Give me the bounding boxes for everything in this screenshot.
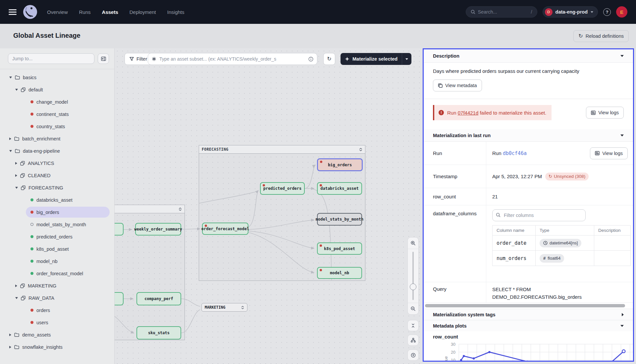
tree-caret-icon[interactable] [9,334,11,336]
svg-text:Value: Value [444,356,449,362]
query-line: SELECT * FROM [492,286,582,293]
sidebar-item-MARKETING[interactable]: MARKETING [0,280,114,292]
sidebar-item-CLEANED[interactable]: CLEANED [0,169,114,182]
zoom-in-button[interactable] [408,237,418,249]
asset-subset-input[interactable]: Type an asset subset... (ex: ANALYTICS/w… [148,53,317,65]
global-search-input[interactable]: Search... / [466,6,537,18]
asset-node-model-nb[interactable]: model_nb [317,267,362,279]
refresh-graph-button[interactable]: ↻ [323,53,335,65]
view-metadata-button[interactable]: View metadata [433,79,482,91]
failed-run-link[interactable]: 07f4421d [458,110,479,116]
materialize-options-caret[interactable] [402,53,411,65]
sidebar-item-snowflake_insights[interactable]: snowflake_insights [0,341,114,353]
tree-caret-icon[interactable] [15,297,18,299]
asset-node-model-stats-by-month[interactable]: model_stats_by_month [317,213,362,226]
nav-deployment[interactable]: Deployment [130,9,156,15]
zoom-slider[interactable] [408,249,418,303]
section-materialization[interactable]: Materialization in last run [424,129,633,142]
sidebar-item-ANALYTICS[interactable]: ANALYTICS [0,157,114,169]
dagster-logo-icon[interactable] [23,4,38,20]
sidebar-item-big_orders[interactable]: big_orders [26,207,110,218]
sidebar-item-batch_enrichment[interactable]: batch_enrichment [0,132,114,145]
search-icon [471,10,475,14]
recenter-button[interactable] [407,349,419,361]
asset-node-databricks-asset[interactable]: databricks_asset [317,182,362,195]
sidebar-item-basics[interactable]: basics [0,71,114,83]
sidebar-item-default[interactable]: default [0,83,114,96]
sidebar-item-model_stats_by_month[interactable]: model_stats_by_month [0,218,114,231]
deployment-switcher[interactable]: D data-eng-prod [543,6,598,18]
tree-caret-icon[interactable] [15,89,18,91]
section-system-tags[interactable]: Materialization system tags [424,309,633,320]
sync-icon: ↻ [549,174,552,179]
materialize-selected-button[interactable]: Materialize selected [341,53,411,65]
help-icon[interactable]: ? [603,8,611,16]
sidebar-item-continent_stats[interactable]: continent_stats [0,108,114,120]
sidebar-item-model_nb[interactable]: model_nb [0,255,114,267]
sidebar-item-predicted_orders[interactable]: predicted_orders [0,231,114,243]
section-description[interactable]: Description [424,49,633,63]
folder-icon [15,149,20,153]
asset-node-cropped[interactable] [115,223,124,235]
refresh-icon: ↻ [578,33,583,39]
tree-caret-icon[interactable] [15,285,17,287]
layout-graph-button[interactable] [407,335,419,346]
chevron-down-icon [620,134,624,136]
collapsed-group-marketing[interactable]: MARKETING [201,303,247,312]
sidebar-item-databricks_asset[interactable]: databricks_asset [0,194,114,206]
view-logs-button[interactable]: View logs [586,107,624,119]
sidebar-item-RAW_DATA[interactable]: RAW_DATA [0,292,114,304]
sidebar-item-order_forecast_model[interactable]: order_forecast_model [0,267,114,280]
filter-columns-input[interactable] [492,209,586,221]
sidebar-item-country_stats[interactable]: country_stats [0,120,114,132]
tree-caret-icon[interactable] [15,187,18,189]
info-icon[interactable] [308,57,313,62]
asset-node-predicted-orders[interactable]: predicted_orders [260,182,305,195]
sidebar-item-demo_assets[interactable]: demo_assets [0,329,114,341]
sidebar-item-FORECASTING[interactable]: FORECASTING [0,182,114,194]
run-id-link[interactable]: db0cf46a [503,150,527,156]
sidebar-item-change_model[interactable]: change_model [0,96,114,108]
tree-caret-icon[interactable] [9,150,12,152]
tree-caret-icon[interactable] [15,174,17,177]
asset-status-dot [30,272,33,275]
asset-node-k8s-pod-asset[interactable]: k8s_pod_asset [317,242,362,255]
avatar[interactable]: E [616,6,627,18]
sidebar-item-data-eng-pipeline[interactable]: data-eng-pipeline [0,145,114,157]
sidebar-item-orders[interactable]: orders [0,304,114,316]
row-count-line-chart: 102030Value [433,341,634,362]
nav-runs[interactable]: Runs [79,9,91,15]
asset-status-dot [30,260,33,263]
asset-node-weekly-order-summary[interactable]: weekly_order_summary [135,223,181,235]
view-logs-button[interactable]: View logs [590,147,628,159]
dataframe-columns-row: dataframe_columns Column nameTypeDescrip… [424,205,633,282]
nav-assets[interactable]: Assets [102,9,118,15]
zoom-slider-handle[interactable] [410,284,416,290]
tree-caret-icon[interactable] [15,162,17,165]
error-icon: ! [439,110,444,115]
asset-node-big-orders[interactable]: big_orders [317,158,363,171]
sidebar-item-users[interactable]: users [0,316,114,329]
asset-node-order-forecast-model[interactable]: order_forecast_model [202,223,248,235]
deployment-badge: D [545,8,553,16]
scrollbar-thumb[interactable] [425,304,625,307]
asset-node-cropped[interactable] [115,292,124,305]
table-header: Description [594,226,631,235]
lineage-graph-canvas[interactable]: FORECASTING weekly_ord [115,48,423,364]
nav-insights[interactable]: Insights [167,9,185,15]
fit-view-button[interactable] [407,320,419,331]
sidebar-item-k8s_pod_asset[interactable]: k8s_pod_asset [0,243,114,255]
zoom-out-button[interactable] [408,303,418,314]
tree-caret-icon[interactable] [9,137,11,140]
reload-definitions-button[interactable]: ↻ Reload definitions [573,30,629,42]
tree-caret-icon[interactable] [9,346,11,348]
collapse-sidebar-button[interactable] [98,53,109,64]
nav-overview[interactable]: Overview [47,9,68,15]
section-metadata-plots[interactable]: Metadata plots [424,320,633,331]
tree-caret-icon[interactable] [9,77,12,78]
hamburger-menu-icon[interactable] [9,9,17,15]
jump-to-input[interactable] [8,53,94,64]
asset-node-company-perf[interactable]: company_perf [136,292,181,305]
refresh-icon: ↻ [327,56,331,62]
asset-node-sku-stats[interactable]: sku_stats [136,326,181,339]
